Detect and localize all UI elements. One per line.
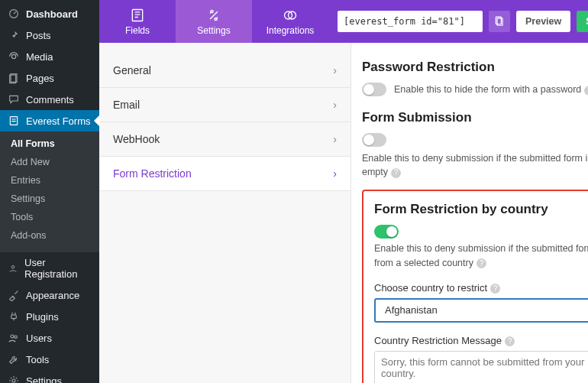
svg-point-8 (15, 336, 17, 338)
wp-menu-media[interactable]: Media (0, 46, 99, 67)
section-country-restriction: Form Restriction by country Enable this … (362, 190, 588, 383)
tab-integrations[interactable]: Integrations (252, 0, 328, 43)
settings-tab-label: General (113, 64, 151, 76)
svg-rect-6 (11, 315, 17, 319)
settings-tab-email[interactable]: Email› (99, 88, 351, 122)
submission-note: Enable this to deny submission if the su… (362, 151, 588, 179)
wp-admin-sidebar: DashboardPostsMediaPagesCommentsEverest … (0, 0, 99, 383)
wp-submenu-tools[interactable]: Tools (0, 208, 99, 226)
tab-settings[interactable]: Settings (176, 0, 252, 43)
copy-shortcode-button[interactable] (489, 11, 510, 32)
wp-menu-label: Pages (26, 73, 54, 84)
tab-integrations-label: Integrations (267, 25, 315, 36)
wp-submenu-add-ons[interactable]: Add-ons (0, 226, 99, 245)
help-icon[interactable]: ? (505, 336, 515, 346)
settings-tab-form-restriction[interactable]: Form Restriction› (99, 157, 351, 191)
section-title: Form Restriction by country (374, 202, 588, 217)
wp-menu-dashboard[interactable]: Dashboard (0, 3, 99, 24)
wp-menu-users[interactable]: Users (0, 327, 99, 349)
wp-submenu-entries[interactable]: Entries (0, 171, 99, 190)
wp-submenu-all-forms[interactable]: All Forms (0, 135, 99, 153)
section-form-submission: Form Submission Enable this to deny subm… (362, 110, 588, 179)
settings-tab-label: WebHook (113, 133, 160, 145)
comment-icon (8, 93, 20, 105)
settings-panel: Password Restriction Enable this to hide… (351, 43, 588, 383)
save-button[interactable]: SAVE (577, 11, 588, 32)
chevron-right-icon: › (333, 64, 337, 76)
media-icon (8, 50, 20, 63)
country-select[interactable]: Afghanistan (374, 298, 588, 323)
user-icon (8, 262, 18, 274)
wp-menu-label: Dashboard (26, 8, 78, 20)
wp-menu-label: Users (26, 333, 52, 344)
fields-icon (130, 8, 145, 23)
wp-menu-posts[interactable]: Posts (0, 24, 99, 46)
password-note: Enable this to hide the form with a pass… (394, 83, 588, 96)
dashboard-icon (8, 8, 20, 20)
help-icon[interactable]: ? (391, 168, 401, 178)
wp-menu-label: User Registration (24, 257, 92, 280)
brush-icon (8, 289, 20, 301)
tab-settings-label: Settings (197, 25, 230, 36)
tab-fields-label: Fields (125, 25, 150, 36)
wp-menu-label: Comments (26, 94, 74, 105)
chevron-right-icon: › (333, 167, 337, 180)
wp-menu-settings[interactable]: Settings (0, 370, 99, 383)
chevron-right-icon: › (333, 133, 337, 145)
section-title: Form Submission (362, 110, 588, 125)
password-toggle[interactable] (362, 83, 386, 96)
wp-menu-appearance[interactable]: Appearance (0, 284, 99, 306)
wp-menu-label: Appearance (26, 290, 79, 301)
wp-menu-label: Settings (26, 375, 62, 384)
plugin-icon (8, 310, 20, 323)
wp-submenu-settings[interactable]: Settings (0, 190, 99, 208)
wp-submenu-add-new[interactable]: Add New (0, 153, 99, 171)
section-password-restriction: Password Restriction Enable this to hide… (362, 60, 588, 96)
settings-tab-label: Form Restriction (113, 167, 192, 180)
restriction-msg-input[interactable] (374, 351, 588, 383)
section-title: Password Restriction (362, 60, 588, 75)
choose-country-label: Choose country to restrict? (374, 282, 588, 294)
wp-menu-label: Posts (26, 30, 51, 41)
country-note: Enable this to deny submission if the su… (374, 242, 588, 269)
wp-menu-label: Tools (26, 354, 49, 365)
country-toggle[interactable] (374, 225, 399, 239)
svg-point-1 (11, 54, 15, 58)
integrations-icon (283, 8, 298, 23)
svg-point-5 (11, 265, 15, 268)
wrench-icon (8, 353, 20, 365)
help-icon[interactable]: ? (584, 86, 588, 96)
settings-tab-label: Email (113, 99, 140, 111)
shortcode-input[interactable] (338, 11, 483, 32)
svg-point-7 (11, 335, 14, 338)
builder-topbar: Fields Settings Integrations Preview SAV… (99, 0, 588, 43)
settings-subtabs: General›Email›WebHook›Form Restriction› (99, 43, 351, 383)
wp-menu-label: Plugins (26, 311, 59, 323)
wp-menu-label: Media (26, 51, 53, 63)
tab-fields[interactable]: Fields (99, 0, 176, 43)
svg-rect-4 (10, 117, 17, 125)
settings-tab-general[interactable]: General› (99, 54, 351, 88)
form-icon (8, 115, 20, 127)
gear-icon (8, 375, 20, 383)
help-icon[interactable]: ? (490, 284, 500, 294)
users-icon (8, 332, 20, 344)
wp-menu-user-registration[interactable]: User Registration (0, 252, 99, 284)
preview-button[interactable]: Preview (516, 11, 570, 32)
chevron-right-icon: › (333, 99, 337, 111)
settings-icon (206, 8, 221, 23)
wp-menu-comments[interactable]: Comments (0, 89, 99, 110)
help-icon[interactable]: ? (477, 258, 486, 268)
clipboard-icon (494, 16, 505, 27)
wp-menu-pages[interactable]: Pages (0, 67, 99, 89)
submission-toggle[interactable] (362, 133, 386, 147)
wp-menu-plugins[interactable]: Plugins (0, 306, 99, 327)
svg-rect-10 (132, 9, 142, 21)
settings-tab-webhook[interactable]: WebHook› (99, 122, 351, 157)
restriction-msg-label: Country Restriction Message? (374, 335, 588, 346)
pin-icon (8, 29, 20, 41)
svg-point-9 (12, 379, 15, 382)
wp-menu-label: Everest Forms (26, 115, 91, 127)
wp-menu-everest-forms[interactable]: Everest Forms (0, 110, 99, 131)
wp-menu-tools[interactable]: Tools (0, 349, 99, 370)
